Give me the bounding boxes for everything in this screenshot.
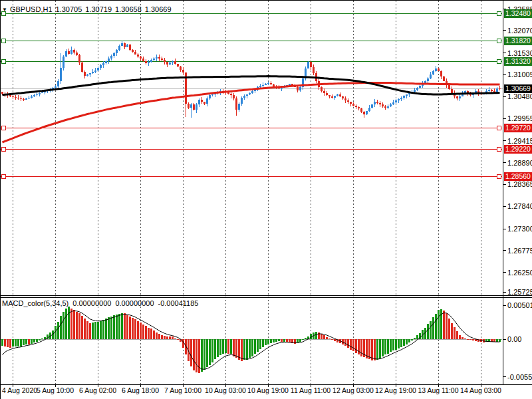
macd-bar <box>161 335 163 340</box>
macd-tick-label: 0.00 <box>507 335 521 343</box>
macd-bar <box>177 339 179 340</box>
macd-bar <box>235 339 237 358</box>
line-handle[interactable] <box>497 147 501 151</box>
candle <box>307 62 309 68</box>
macd-bar <box>440 309 442 339</box>
line-handle[interactable] <box>497 174 501 178</box>
line-handle[interactable] <box>497 126 501 130</box>
candle <box>198 100 200 105</box>
candle <box>188 104 190 108</box>
candle <box>110 56 112 59</box>
line-handle[interactable] <box>497 60 501 64</box>
candle <box>41 92 43 94</box>
line-handle[interactable] <box>1 174 5 178</box>
macd-bar <box>142 325 144 339</box>
candle <box>384 106 386 108</box>
line-handle[interactable] <box>1 39 5 43</box>
macd-bar <box>408 339 410 342</box>
support-price-box: 1.29720 <box>504 124 532 132</box>
candle <box>430 74 432 78</box>
candle <box>134 52 136 54</box>
macd-bar <box>246 339 248 360</box>
macd-bar <box>435 314 437 339</box>
candle <box>368 108 370 111</box>
macd-bar <box>129 317 131 339</box>
symbol-dropdown-icon[interactable]: ▼ <box>2 7 7 13</box>
macd-bar <box>227 339 229 354</box>
ohlc-open: 1.30705 <box>56 5 82 13</box>
candle <box>355 106 357 107</box>
macd-bar <box>371 339 373 360</box>
price-chart-canvas[interactable] <box>1 1 532 399</box>
macd-bar <box>358 339 360 354</box>
macd-bar <box>25 339 27 344</box>
ma-slow-line[interactable] <box>3 83 500 142</box>
resistance-price-box: 1.32480 <box>504 9 532 18</box>
candle <box>265 84 267 85</box>
candle <box>249 93 251 95</box>
chart-window: ▼GBPUSD,H11.307051.307191.306581.30669 M… <box>0 0 532 399</box>
line-handle[interactable] <box>1 60 5 64</box>
candle <box>94 70 96 72</box>
price-tick-label: 1.26775 <box>507 247 532 255</box>
candle <box>419 86 421 88</box>
ohlc-low: 1.30658 <box>115 5 142 13</box>
macd-bar <box>262 339 264 347</box>
macd-bar <box>254 339 256 354</box>
candle <box>339 94 341 96</box>
candle <box>148 62 150 64</box>
macd-bar <box>134 319 136 339</box>
candle <box>289 84 291 85</box>
candle <box>238 104 240 110</box>
candle <box>126 45 128 47</box>
macd-bar <box>499 339 501 342</box>
macd-bar <box>68 307 70 339</box>
macd-bar <box>233 339 235 356</box>
macd-bar <box>286 339 288 342</box>
candle <box>299 87 301 90</box>
macd-bar <box>265 339 267 345</box>
candle <box>435 68 437 71</box>
macd-bar <box>249 339 251 358</box>
candle <box>366 111 368 114</box>
macd-bar <box>352 339 354 351</box>
macd-bar <box>238 339 240 360</box>
candle <box>78 55 80 63</box>
macd-bar <box>225 339 227 353</box>
macd-bar <box>166 336 168 340</box>
macd-bar <box>140 323 142 339</box>
time-axis-label: 5 Aug 10:00 <box>37 386 74 395</box>
candle <box>142 59 144 61</box>
time-axis-label: 12 Aug 19:00 <box>375 386 416 395</box>
candle <box>273 84 275 86</box>
macd-bar <box>251 339 253 356</box>
macd-bar <box>1 339 3 346</box>
candle <box>92 72 94 73</box>
ma-fast-line[interactable] <box>3 76 500 95</box>
macd-bar <box>323 335 325 339</box>
candle <box>193 104 195 110</box>
macd-bar <box>124 313 126 339</box>
macd-bar <box>446 313 448 339</box>
candle <box>499 88 501 89</box>
macd-bar <box>462 337 464 339</box>
candle <box>97 68 99 70</box>
candle <box>174 61 176 64</box>
line-handle[interactable] <box>497 39 501 43</box>
candle <box>267 83 269 84</box>
macd-bar <box>148 328 150 339</box>
symbol-label: GBPUSD,H1 <box>10 5 53 13</box>
candle <box>313 67 315 73</box>
time-axis-label: 6 Aug 02:00 <box>79 386 116 395</box>
macd-bar <box>406 339 408 344</box>
line-handle[interactable] <box>1 126 5 130</box>
macd-bar <box>331 339 333 340</box>
bid-price-box: 1.30669 <box>504 84 532 93</box>
candle <box>65 51 67 57</box>
macd-bar <box>387 339 389 354</box>
candle <box>211 94 213 96</box>
line-handle[interactable] <box>1 147 5 151</box>
line-handle[interactable] <box>497 11 501 15</box>
macd-bar <box>278 339 280 341</box>
candle <box>86 74 88 76</box>
